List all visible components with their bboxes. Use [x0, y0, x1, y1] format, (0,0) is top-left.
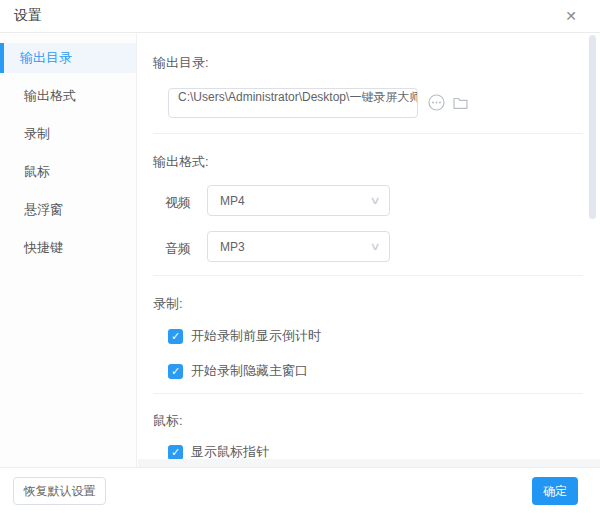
- restore-defaults-button[interactable]: 恢复默认设置: [13, 477, 106, 505]
- dialog-title: 设置: [14, 7, 42, 25]
- mouse-label: 鼠标:: [153, 412, 183, 430]
- countdown-option-label: 开始录制前显示倒计时: [191, 327, 321, 345]
- recording-label: 录制:: [153, 295, 183, 313]
- output-path-input[interactable]: C:\Users\Administrator\Desktop\一键录屏大师: [168, 88, 418, 118]
- sidebar-item-recording[interactable]: 录制: [0, 115, 136, 153]
- audio-format-value: MP3: [220, 240, 245, 254]
- scrollbar-thumb[interactable]: [589, 35, 596, 219]
- divider: [153, 393, 583, 394]
- video-format-label: 视频: [165, 194, 191, 212]
- open-folder-icon[interactable]: [452, 94, 469, 111]
- sidebar-item-output-directory[interactable]: 输出目录: [0, 43, 136, 73]
- video-format-select[interactable]: MP4 ∨: [207, 185, 390, 216]
- chevron-down-icon: ∨: [369, 194, 380, 207]
- content-bottom-strip: [138, 459, 600, 467]
- browse-ellipsis-icon[interactable]: [428, 94, 445, 111]
- checkbox-checked-icon[interactable]: ✓: [168, 445, 183, 460]
- divider: [153, 133, 583, 134]
- sidebar-item-output-format[interactable]: 输出格式: [0, 77, 136, 115]
- checkbox-checked-icon[interactable]: ✓: [168, 329, 183, 344]
- countdown-option[interactable]: ✓ 开始录制前显示倒计时: [168, 327, 321, 345]
- footer: 恢复默认设置 确定: [0, 467, 600, 513]
- close-icon[interactable]: ✕: [562, 7, 580, 25]
- divider: [153, 275, 583, 276]
- ok-button[interactable]: 确定: [532, 477, 578, 505]
- titlebar: 设置 ✕: [0, 0, 600, 33]
- sidebar-item-floating-window[interactable]: 悬浮窗: [0, 191, 136, 229]
- sidebar: 输出目录 输出格式 录制 鼠标 悬浮窗 快捷键: [0, 34, 137, 467]
- video-format-value: MP4: [220, 194, 245, 208]
- audio-format-label: 音频: [165, 240, 191, 258]
- chevron-down-icon: ∨: [369, 240, 380, 253]
- settings-content: 输出目录: C:\Users\Administrator\Desktop\一键录…: [138, 34, 600, 467]
- hide-main-window-option-label: 开始录制隐藏主窗口: [191, 362, 308, 380]
- audio-format-select[interactable]: MP3 ∨: [207, 231, 390, 262]
- settings-dialog: 设置 ✕ 输出目录 输出格式 录制 鼠标 悬浮窗 快捷键 输出目录: C:\Us…: [0, 0, 600, 513]
- sidebar-item-mouse[interactable]: 鼠标: [0, 153, 136, 191]
- sidebar-item-hotkeys[interactable]: 快捷键: [0, 229, 136, 267]
- output-directory-label: 输出目录:: [153, 54, 209, 72]
- checkbox-checked-icon[interactable]: ✓: [168, 364, 183, 379]
- hide-main-window-option[interactable]: ✓ 开始录制隐藏主窗口: [168, 362, 308, 380]
- output-format-label: 输出格式:: [153, 153, 209, 171]
